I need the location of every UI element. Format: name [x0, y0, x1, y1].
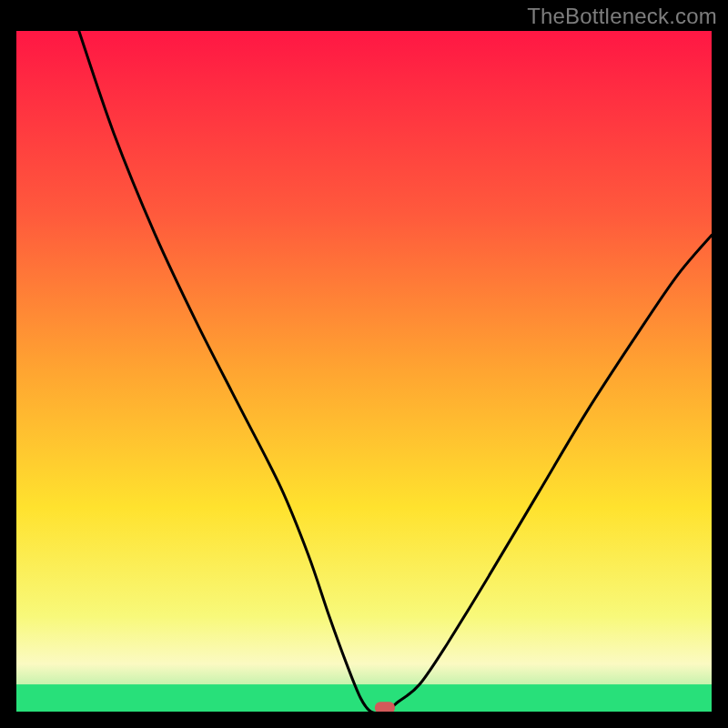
gradient-background [16, 31, 712, 712]
plot-area [16, 31, 712, 712]
bottleneck-chart [16, 31, 712, 712]
chart-frame: TheBottleneck.com [0, 0, 728, 728]
optimal-marker [375, 702, 395, 712]
green-band [16, 684, 712, 712]
watermark-text: TheBottleneck.com [527, 4, 717, 29]
